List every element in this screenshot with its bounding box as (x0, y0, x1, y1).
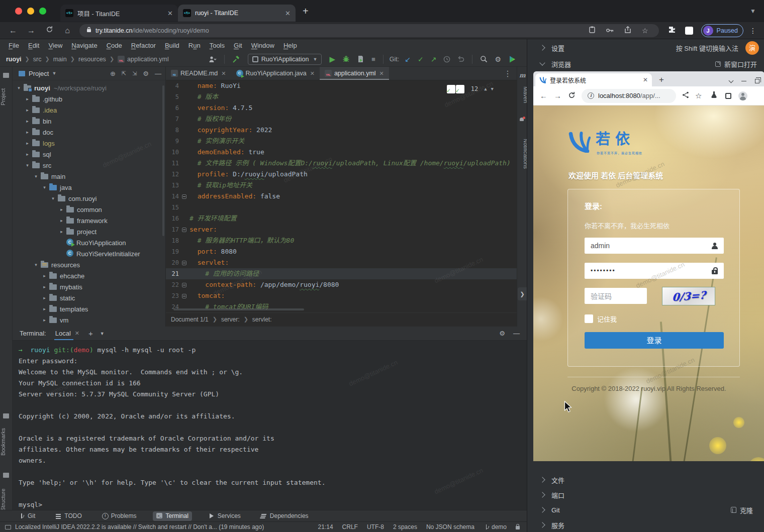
breadcrumb-item[interactable]: ruoyi (6, 56, 22, 63)
fold-icon[interactable] (179, 257, 189, 268)
project-panel-title[interactable]: Project (29, 70, 49, 77)
doc-breadcrumb-item[interactable]: server: (221, 316, 240, 323)
notifications-bell-icon[interactable] (519, 117, 525, 123)
code-line-24[interactable]: 24 # tomcat的URI编码 (166, 301, 517, 312)
settings-gear-icon[interactable]: ⚙ (495, 55, 501, 63)
tab-group-icon[interactable] (685, 27, 693, 35)
close-tab-icon[interactable]: ✕ (285, 10, 291, 17)
browser-tab-project[interactable]: <t> 项目 - TitanIDE ✕ (60, 5, 178, 22)
tree-item-main[interactable]: ▾main (13, 171, 165, 182)
next-issue-chevron-icon[interactable]: ▼ (491, 83, 494, 94)
remember-me-checkbox[interactable] (585, 314, 593, 323)
toolwindow-dependencies[interactable]: Dependencies (257, 511, 312, 521)
address-bar[interactable]: try.titanide.cn/ide/web/coding/ruoyi/dem… (79, 24, 659, 37)
tab-options-icon[interactable]: ⋮ (504, 69, 512, 78)
chevron-right-icon[interactable]: ▸ (58, 218, 65, 223)
close-window-icon[interactable] (15, 8, 22, 15)
menu-navigate[interactable]: Navigate (67, 42, 102, 49)
menu-tools[interactable]: Tools (205, 42, 229, 49)
chevron-right-icon[interactable]: ▸ (24, 108, 31, 113)
code-line-17[interactable]: 17server: (166, 224, 517, 235)
tab-list-chevron-icon[interactable] (729, 78, 734, 83)
chevron-down-icon[interactable]: ▾ (41, 185, 48, 190)
profile-avatar-icon[interactable] (738, 91, 747, 100)
code-area[interactable]: 4 name: RuoYi5 # 版本6 version: 4.7.57 # 版… (166, 80, 517, 312)
minimize-window-icon[interactable] (27, 8, 34, 15)
close-tab-icon[interactable]: ✕ (379, 70, 384, 77)
bookmark-star-icon[interactable]: ☆ (695, 91, 702, 100)
chevron-down-icon[interactable]: ▾ (33, 174, 39, 179)
maven-icon[interactable]: m (519, 72, 526, 79)
code-line-22[interactable]: 22 context-path: /app/demo/ruoyi/8080 (166, 279, 517, 290)
panel-expander-chevron-icon[interactable]: ❯ (518, 287, 527, 300)
status-demo[interactable]: demo (484, 523, 507, 530)
prev-issue-chevron-icon[interactable]: ▲ (484, 83, 487, 94)
chevron-right-icon[interactable]: ▸ (24, 152, 31, 157)
demo-badge[interactable]: 演 (745, 41, 759, 55)
code-line-18[interactable]: 18 # 服务器的HTTP端口，默认为80 (166, 235, 517, 246)
status-2-spaces[interactable]: 2 spaces (393, 523, 417, 530)
tree-item-bin[interactable]: ▸bin (13, 116, 165, 127)
code-line-9[interactable]: 9 # 实例演示开关 (166, 136, 517, 147)
code-line-14[interactable]: 14 addressEnabled: false (166, 191, 517, 202)
chevron-down-icon[interactable]: ▾ (33, 262, 39, 267)
tree-item-resources[interactable]: ▾resources (13, 259, 165, 270)
back-icon[interactable]: ← (8, 26, 18, 35)
tree-item-vm[interactable]: ▸vm (13, 314, 165, 325)
git-commit-icon[interactable]: ✓ (418, 55, 424, 63)
stop-button[interactable]: ■ (371, 55, 375, 63)
chevron-right-icon[interactable]: ▸ (24, 119, 31, 124)
fold-icon[interactable] (179, 290, 189, 301)
section-端口[interactable]: 端口 (527, 487, 764, 502)
toolwindow-terminal[interactable]: Terminal (153, 511, 192, 521)
status-21:14[interactable]: 21:14 (318, 523, 333, 530)
breadcrumb-item[interactable]: src (33, 56, 42, 63)
preview-address-bar[interactable]: i localhost:8080/app/... (582, 89, 676, 103)
menu-edit[interactable]: Edit (24, 42, 44, 49)
username-field[interactable]: admin (585, 238, 724, 254)
captcha-field[interactable]: 验证码 (585, 288, 647, 304)
code-line-6[interactable]: 6 version: 4.7.5 (166, 102, 517, 114)
section-文件[interactable]: 文件 (527, 472, 764, 487)
history-clock-icon[interactable] (443, 56, 450, 63)
breadcrumb-file[interactable]: application.yml (127, 56, 169, 63)
chevron-right-icon[interactable]: ▸ (24, 141, 31, 146)
close-tab-icon[interactable]: ✕ (643, 76, 648, 83)
chevron-right-icon[interactable]: ▸ (24, 96, 31, 101)
chevron-right-icon[interactable]: ▸ (41, 317, 48, 323)
project-tool-icon[interactable] (3, 73, 9, 78)
tree-item-ehcache[interactable]: ▸ehcache (13, 270, 165, 281)
code-line-16[interactable]: 16# 开发环境配置 (166, 213, 517, 224)
tree-item-doc[interactable]: ▸doc (13, 127, 165, 138)
chevron-down-icon[interactable]: ▾ (50, 196, 56, 201)
code-line-15[interactable]: 15 (166, 202, 517, 213)
panel-options-gear-icon[interactable]: ⚙ (143, 70, 149, 77)
section-服务[interactable]: 服务 (527, 517, 764, 532)
git-push-icon[interactable]: ↗ (431, 55, 437, 63)
tree-item-templates[interactable]: ▸templates (13, 303, 165, 314)
tree-item-mybatis[interactable]: ▸mybatis (13, 281, 165, 292)
forward-icon[interactable]: → (26, 26, 36, 35)
structure-icon[interactable] (3, 473, 9, 478)
tree-item-ruoyi[interactable]: ▾ruoyi~/workspace/ruoyi (13, 82, 165, 93)
home-icon[interactable]: ⌂ (62, 26, 72, 35)
code-line-23[interactable]: 23 tomcat: (166, 290, 517, 301)
tree-item-logs[interactable]: ▸logs (13, 138, 165, 149)
breadcrumb-item[interactable]: resources (78, 56, 106, 63)
menu-git[interactable]: Git (229, 42, 247, 49)
toolwindow-todo[interactable]: TODO (52, 511, 85, 521)
locate-file-icon[interactable]: ⊕ (110, 70, 116, 77)
terminal-tab-local[interactable]: Local ✕ (54, 327, 80, 340)
forward-icon[interactable]: → (554, 91, 561, 100)
menu-code[interactable]: Code (102, 42, 127, 49)
password-key-icon[interactable] (606, 27, 614, 34)
back-icon[interactable]: ← (540, 91, 547, 100)
chevron-right-icon[interactable]: ▸ (58, 229, 65, 234)
tree-item-com.ruoyi[interactable]: ▾com.ruoyi (13, 193, 165, 204)
chevron-right-icon[interactable]: ▸ (41, 295, 48, 300)
menu-build[interactable]: Build (160, 42, 184, 49)
doc-breadcrumb-item[interactable]: servlet: (252, 316, 272, 323)
toolwindow-services[interactable]: Services (205, 511, 244, 521)
section-browser[interactable]: 浏览器 新窗口打开 (527, 56, 764, 71)
bookmarks-icon[interactable] (3, 413, 9, 418)
